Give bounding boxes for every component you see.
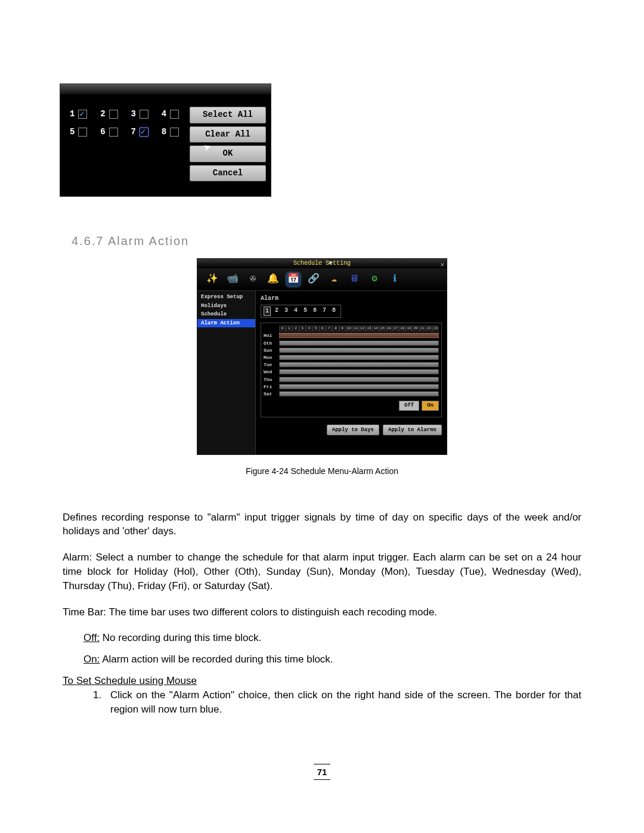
channel-label: 7 xyxy=(131,126,136,138)
wand-icon[interactable]: ✨ xyxy=(206,273,219,286)
sidebar-item[interactable]: Holidays xyxy=(197,302,255,311)
hour-header-cell: 17 xyxy=(392,326,399,332)
hour-header-cell: 23 xyxy=(432,326,439,332)
alarm-tab-7[interactable]: 7 xyxy=(321,306,328,316)
window-body: Express SetupHolidaysScheduleAlarm Actio… xyxy=(197,291,447,454)
channel-label: 1 xyxy=(70,109,75,120)
channel-label: 5 xyxy=(70,126,75,138)
network-icon[interactable]: 🔗 xyxy=(307,273,320,286)
hour-header-cell: 16 xyxy=(386,326,392,332)
checkbox-icon[interactable] xyxy=(170,110,179,119)
dialog-titlebar xyxy=(60,84,271,95)
day-timebar[interactable] xyxy=(279,333,439,338)
schedule-grid[interactable]: 01234567891011121314151617181920212223 H… xyxy=(261,323,442,417)
channel-checkbox-8[interactable]: 8 xyxy=(162,126,184,138)
day-label: Hol xyxy=(264,332,279,339)
hour-header-cell: 22 xyxy=(426,326,432,332)
ok-button[interactable]: OK xyxy=(190,145,266,162)
alarm-tabs: 12345678 xyxy=(261,305,341,318)
sidebar-item[interactable]: Schedule xyxy=(197,310,255,319)
hour-header-cell: 4 xyxy=(306,326,312,332)
alarm-tab-1[interactable]: 1 xyxy=(264,306,271,316)
close-icon[interactable]: ✕ xyxy=(440,260,444,270)
hour-header-cell: 10 xyxy=(346,326,352,332)
info-icon[interactable]: ℹ xyxy=(388,273,401,286)
hour-header-cell: 20 xyxy=(412,326,419,332)
mouse-subheading: To Set Schedule using Mouse xyxy=(63,674,581,688)
hour-header-cell: 9 xyxy=(339,326,346,332)
schedule-setting-window: Schedule Setting ✕ ➤ ✨📹✇🔔📅🔗☁🖥⚙ℹ Express … xyxy=(197,258,447,455)
hour-header-cell: 7 xyxy=(326,326,332,332)
legend-row: Off On xyxy=(264,401,439,411)
bell-icon[interactable]: 🔔 xyxy=(267,273,280,286)
day-label: Wed xyxy=(264,368,279,375)
schedule-icon[interactable]: 📅 xyxy=(287,273,300,286)
day-timebar[interactable] xyxy=(279,391,439,397)
day-label: Mon xyxy=(264,354,279,361)
alarm-label: Alarm xyxy=(261,295,442,303)
alarm-tab-6[interactable]: 6 xyxy=(311,306,318,316)
day-timebar[interactable] xyxy=(279,384,439,389)
sidebar-item[interactable]: Alarm Action xyxy=(197,319,255,328)
hour-header-cell: 5 xyxy=(312,326,319,332)
day-timebar[interactable] xyxy=(279,355,439,360)
day-label: Tue xyxy=(264,361,279,368)
cancel-button[interactable]: Cancel xyxy=(190,165,266,182)
apply-to-days-button[interactable]: Apply to Days xyxy=(327,425,379,436)
reel-icon[interactable]: ✇ xyxy=(246,273,259,286)
channel-checkbox-7[interactable]: 7 xyxy=(131,126,153,138)
day-label: Sat xyxy=(264,391,279,397)
day-timebar[interactable] xyxy=(279,377,439,382)
channel-label: 8 xyxy=(162,126,166,138)
channel-checkbox-1[interactable]: 1 xyxy=(70,109,92,120)
clear-all-button[interactable]: Clear All xyxy=(190,126,266,143)
alarm-tab-5[interactable]: 5 xyxy=(302,306,309,316)
hour-header-cell: 6 xyxy=(319,326,326,332)
day-timebar[interactable] xyxy=(279,340,439,346)
day-label: Thu xyxy=(264,376,279,383)
figure-caption: Figure 4-24 Schedule Menu-Alarm Action xyxy=(63,466,581,478)
checkbox-icon[interactable] xyxy=(78,110,87,119)
storage-icon[interactable]: ☁ xyxy=(327,273,340,286)
channel-checkbox-6[interactable]: 6 xyxy=(100,126,122,138)
hour-header-cell: 11 xyxy=(352,326,359,332)
settings-icon[interactable]: ⚙ xyxy=(368,273,381,286)
sidebar-item[interactable]: Express Setup xyxy=(197,293,255,302)
alarm-tab-8[interactable]: 8 xyxy=(330,306,338,316)
paragraph-alarm: Alarm: Select a number to change the sch… xyxy=(63,550,581,593)
checkbox-icon[interactable] xyxy=(140,110,148,119)
section-heading: 4.6.7 Alarm Action xyxy=(72,233,581,249)
channel-checkbox-5[interactable]: 5 xyxy=(70,126,92,138)
alarm-tab-3[interactable]: 3 xyxy=(283,306,290,316)
hour-header-cell: 14 xyxy=(372,326,379,332)
checkbox-icon[interactable] xyxy=(109,128,118,137)
day-timebar[interactable] xyxy=(279,362,439,367)
dialog-button-column: Select All Clear All OK Cancel xyxy=(190,107,266,181)
checkbox-icon[interactable] xyxy=(78,128,87,137)
step-1: Click on the "Alarm Action" choice, then… xyxy=(104,688,581,717)
apply-to-alarms-button[interactable]: Apply to Alarms xyxy=(383,425,442,436)
channel-checkbox-2[interactable]: 2 xyxy=(100,109,122,120)
page-number: 71 xyxy=(63,764,581,780)
alarm-tab-4[interactable]: 4 xyxy=(292,306,299,316)
line-on: On: Alarm action will be recorded during… xyxy=(83,652,581,667)
checkbox-icon[interactable] xyxy=(109,110,118,119)
channel-label: 4 xyxy=(162,109,166,120)
day-row-mon: Mon xyxy=(264,354,439,361)
checkbox-icon[interactable] xyxy=(170,128,179,137)
alarm-tab-2[interactable]: 2 xyxy=(273,306,280,316)
window-titlebar: Schedule Setting ✕ ➤ xyxy=(197,259,447,268)
channel-checkbox-3[interactable]: 3 xyxy=(131,109,153,120)
day-timebar[interactable] xyxy=(279,348,439,353)
select-all-button[interactable]: Select All xyxy=(190,107,266,123)
channel-checkbox-4[interactable]: 4 xyxy=(162,109,184,120)
camera-icon[interactable]: 📹 xyxy=(226,273,239,286)
hour-header-cell: 21 xyxy=(419,326,426,332)
day-timebar[interactable] xyxy=(279,369,439,374)
day-row-thu: Thu xyxy=(264,376,439,383)
day-row-sat: Sat xyxy=(264,391,439,397)
day-row-sun: Sun xyxy=(264,347,439,354)
checkbox-icon[interactable] xyxy=(140,128,148,137)
display-icon[interactable]: 🖥 xyxy=(348,273,361,286)
day-row-wed: Wed xyxy=(264,368,439,375)
